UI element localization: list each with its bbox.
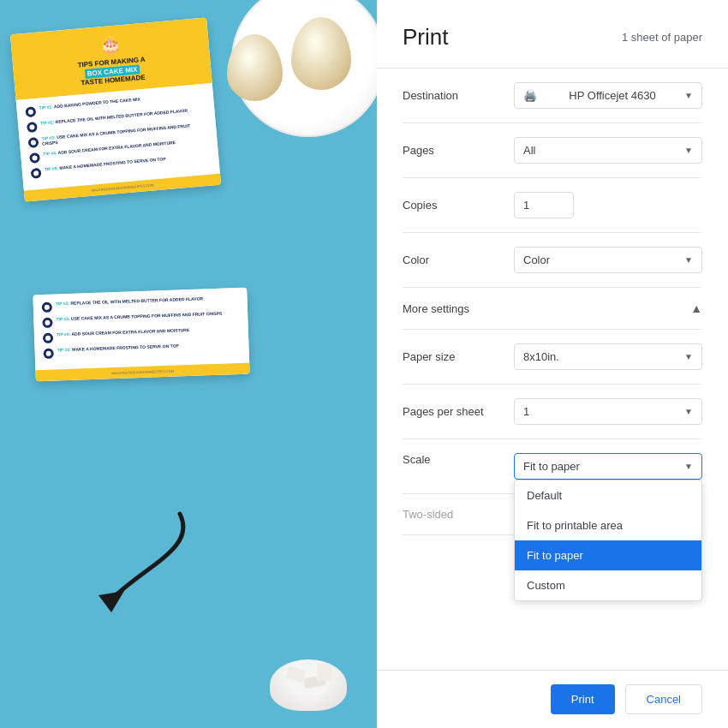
tip-s-4: TIP #4: ADD SOUR CREAM FOR EXTRA FLAVOR …: [43, 325, 240, 343]
scale-label: Scale: [403, 453, 514, 466]
coconut-bowl: [270, 659, 347, 711]
settings-footer: Print Cancel: [377, 670, 728, 728]
pages-row: Pages All ▼: [403, 123, 702, 178]
cancel-button[interactable]: Cancel: [625, 684, 702, 714]
tip-s-3: TIP #3: USE CAKE MIX AS A CRUMB TOPPING …: [42, 310, 239, 328]
destination-value: HP Officejet 4630: [569, 89, 655, 102]
copies-input[interactable]: [514, 192, 574, 218]
pages-label: Pages: [403, 144, 514, 157]
scale-select-wrapper: Fit to paper ▼ Default Fit to printable …: [514, 453, 702, 480]
scale-dropdown-menu: Default Fit to printable area Fit to pap…: [514, 480, 702, 601]
paper-size-chevron-down-icon: ▼: [684, 352, 693, 361]
recipe-card-second: TIP #2: REPLACE THE OIL WITH MELTED BUTT…: [33, 288, 249, 382]
pages-per-sheet-select[interactable]: 1 ▼: [514, 398, 702, 425]
color-select[interactable]: Color ▼: [514, 247, 702, 273]
copies-control: [514, 192, 702, 218]
destination-chevron-down-icon: ▼: [684, 91, 693, 100]
more-settings-chevron-up-icon: ▲: [690, 301, 702, 315]
more-settings-row[interactable]: More settings ▲: [403, 288, 702, 330]
color-value: Color: [523, 254, 550, 266]
pages-select[interactable]: All ▼: [514, 137, 702, 164]
tip-s-5: TIP #5: MAKE A HOMEMADE FROSTING TO SERV…: [43, 341, 240, 359]
pages-per-sheet-control: 1 ▼: [514, 398, 702, 425]
tip-s-2: TIP #2: REPLACE THE OIL WITH MELTED BUTT…: [42, 295, 239, 313]
destination-control: 🖨️ HP Officejet 4630 ▼: [514, 82, 702, 109]
scale-option-default[interactable]: Default: [515, 480, 701, 510]
scale-chevron-down-icon: ▼: [684, 462, 693, 471]
paper-size-label: Paper size: [403, 350, 514, 363]
scale-section: Scale Fit to paper ▼ Default Fit to prin…: [403, 439, 702, 494]
two-sided-label: Two-sided: [403, 508, 453, 521]
printer-icon: 🖨️: [523, 89, 537, 102]
scale-value: Fit to paper: [523, 460, 580, 473]
pages-value: All: [523, 144, 535, 157]
svg-marker-0: [98, 591, 124, 612]
recipe-body: TIP #1: ADD BAKING POWDER TO THE CAKE MI…: [16, 83, 220, 191]
paper-size-row: Paper size 8x10in. ▼: [403, 330, 702, 385]
print-preview-panel: 🎂 TIPS FOR MAKING A BOX CAKE MIX TASTE H…: [0, 0, 377, 728]
copies-row: Copies: [403, 178, 702, 233]
more-settings-label: More settings: [403, 302, 469, 315]
destination-row: Destination 🖨️ HP Officejet 4630 ▼: [403, 69, 702, 123]
print-settings-panel: Print 1 sheet of paper Destination 🖨️ HP…: [377, 0, 728, 728]
pages-control: All ▼: [514, 137, 702, 164]
pages-chevron-down-icon: ▼: [684, 146, 693, 155]
color-chevron-down-icon: ▼: [684, 255, 693, 265]
scale-select[interactable]: Fit to paper ▼: [514, 453, 702, 480]
settings-header: Print 1 sheet of paper: [377, 0, 728, 69]
pages-per-sheet-chevron-down-icon: ▼: [684, 407, 693, 416]
coconut-bowl-area: [257, 625, 360, 711]
color-label: Color: [403, 254, 514, 266]
scale-option-custom[interactable]: Custom: [515, 570, 701, 600]
destination-label: Destination: [403, 89, 514, 102]
arrow-annotation: [43, 497, 197, 608]
scale-row: Scale Fit to paper ▼ Default Fit to prin…: [403, 453, 702, 480]
paper-size-control: 8x10in. ▼: [514, 343, 702, 370]
scale-option-fit-printable[interactable]: Fit to printable area: [515, 510, 701, 540]
pages-per-sheet-row: Pages per sheet 1 ▼: [403, 385, 702, 439]
print-button[interactable]: Print: [551, 684, 615, 714]
recipe-card-main: 🎂 TIPS FOR MAKING A BOX CAKE MIX TASTE H…: [10, 17, 221, 201]
paper-size-value: 8x10in.: [523, 350, 559, 363]
destination-select[interactable]: 🖨️ HP Officejet 4630 ▼: [514, 82, 702, 109]
copies-label: Copies: [403, 199, 514, 212]
color-control: Color ▼: [514, 247, 702, 273]
pages-per-sheet-label: Pages per sheet: [403, 405, 514, 418]
print-dialog-title: Print: [403, 24, 448, 51]
scale-option-fit-paper[interactable]: Fit to paper: [515, 540, 701, 570]
color-row: Color Color ▼: [403, 233, 702, 288]
settings-content[interactable]: Destination 🖨️ HP Officejet 4630 ▼ Pages…: [377, 69, 728, 670]
sheet-count: 1 sheet of paper: [622, 31, 702, 44]
paper-size-select[interactable]: 8x10in. ▼: [514, 343, 702, 370]
pages-per-sheet-value: 1: [523, 405, 529, 418]
